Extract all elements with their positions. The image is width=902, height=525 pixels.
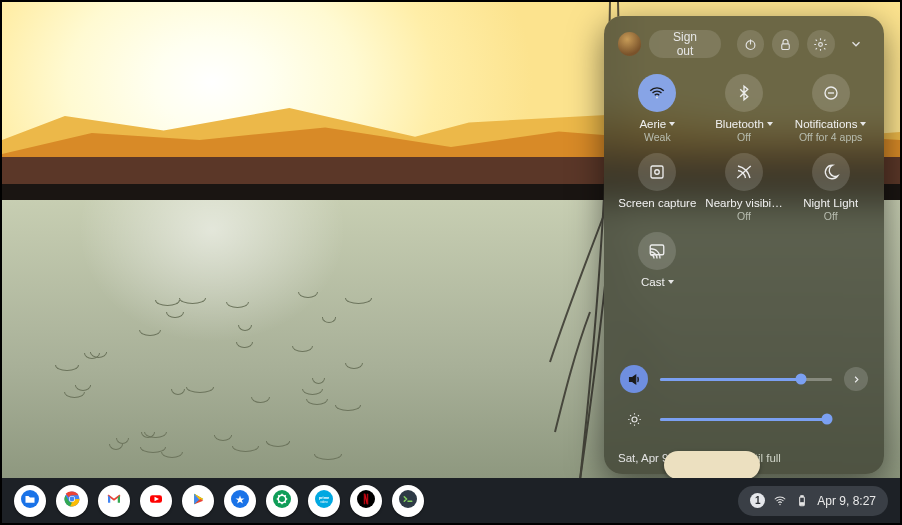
tile-cast[interactable]: Cast bbox=[618, 232, 697, 288]
shelf-app-netflix[interactable] bbox=[350, 485, 382, 517]
caret-icon bbox=[668, 280, 674, 284]
tile-label: Screen capture bbox=[618, 197, 696, 209]
clock-text: Apr 9, 8:27 bbox=[817, 494, 876, 508]
shelf-app-chrome[interactable] bbox=[56, 485, 88, 517]
bluetooth-toggle[interactable] bbox=[725, 74, 763, 112]
gmail-icon bbox=[105, 490, 123, 511]
chevron-down-icon bbox=[849, 37, 863, 51]
nearby-toggle[interactable] bbox=[725, 153, 763, 191]
tile-label: Night Light bbox=[803, 197, 858, 209]
cast-toggle[interactable] bbox=[638, 232, 676, 270]
netflix-icon bbox=[357, 490, 375, 511]
volume-icon[interactable] bbox=[620, 365, 648, 393]
wifi-toggle[interactable] bbox=[638, 74, 676, 112]
tile-nightlight[interactable]: Night LightOff bbox=[791, 153, 870, 222]
volume-slider[interactable] bbox=[660, 378, 832, 381]
bluetooth-icon bbox=[735, 84, 753, 102]
svg-point-8 bbox=[632, 417, 637, 422]
brightness-icon[interactable] bbox=[620, 405, 648, 433]
svg-rect-25 bbox=[364, 494, 366, 505]
tile-nearby[interactable]: Nearby visibi…Off bbox=[705, 153, 784, 222]
tile-bluetooth[interactable]: Bluetooth Off bbox=[705, 74, 784, 143]
tile-capture[interactable]: Screen capture bbox=[618, 153, 697, 222]
nightlight-toggle[interactable] bbox=[812, 153, 850, 191]
tile-label: Aerie bbox=[639, 118, 675, 130]
tile-label: Bluetooth bbox=[715, 118, 773, 130]
cast-icon bbox=[648, 242, 666, 260]
shelf-app-youtube[interactable] bbox=[140, 485, 172, 517]
prime-video-icon: primevideo bbox=[315, 490, 333, 511]
svg-point-3 bbox=[656, 97, 658, 99]
svg-rect-7 bbox=[651, 245, 665, 255]
audio-settings-button[interactable] bbox=[844, 367, 868, 391]
wifi-status-icon bbox=[773, 494, 787, 508]
shelf-app-prime[interactable]: primevideo bbox=[308, 485, 340, 517]
toggle-tiles: Aerie WeakBluetooth OffNotifications Off… bbox=[618, 74, 870, 288]
avatar[interactable] bbox=[618, 32, 641, 56]
tile-status: Off bbox=[737, 131, 751, 143]
svg-point-2 bbox=[819, 42, 823, 46]
caret-icon bbox=[767, 122, 773, 126]
shelf-app-terminal[interactable] bbox=[392, 485, 424, 517]
nearby-icon bbox=[735, 163, 753, 181]
battery-status-icon bbox=[795, 494, 809, 508]
dnd-icon bbox=[822, 84, 840, 102]
wifi-icon bbox=[648, 84, 666, 102]
collapse-button[interactable] bbox=[843, 30, 870, 58]
svg-rect-1 bbox=[782, 43, 790, 49]
svg-rect-30 bbox=[801, 495, 803, 496]
svg-point-27 bbox=[399, 490, 417, 508]
brightness-slider-row bbox=[620, 405, 868, 433]
nightlight-icon bbox=[822, 163, 840, 181]
shelf-app-files[interactable] bbox=[14, 485, 46, 517]
shelf: primevideo 1 Apr 9, 8:27 bbox=[2, 478, 900, 523]
svg-point-13 bbox=[70, 497, 75, 502]
sign-out-button[interactable]: Sign out bbox=[649, 30, 720, 58]
files-icon bbox=[21, 490, 39, 511]
status-area-button[interactable]: 1 Apr 9, 8:27 bbox=[738, 486, 888, 516]
svg-text:video: video bbox=[320, 500, 328, 504]
settings-button[interactable] bbox=[807, 30, 834, 58]
tile-status: Off for 4 apps bbox=[799, 131, 862, 143]
power-icon bbox=[743, 37, 758, 52]
lock-button[interactable] bbox=[772, 30, 799, 58]
svg-rect-5 bbox=[651, 166, 663, 178]
capture-icon bbox=[648, 163, 666, 181]
tray-header: Sign out bbox=[618, 30, 870, 58]
gear-icon bbox=[813, 37, 828, 52]
shelf-app-gmail[interactable] bbox=[98, 485, 130, 517]
brightness-slider[interactable] bbox=[660, 418, 832, 421]
power-button[interactable] bbox=[737, 30, 764, 58]
lock-icon bbox=[778, 37, 793, 52]
caret-icon bbox=[860, 122, 866, 126]
shelf-app-explore[interactable] bbox=[224, 485, 256, 517]
quick-settings-panel: Sign out Aerie WeakBluetooth OffNotifica… bbox=[604, 16, 884, 474]
shelf-app-extension[interactable] bbox=[266, 485, 298, 517]
weather-pill[interactable] bbox=[664, 451, 760, 479]
chrome-icon bbox=[63, 490, 81, 511]
tile-status: Off bbox=[737, 210, 751, 222]
play-store-icon bbox=[189, 490, 207, 511]
tile-status: Weak bbox=[644, 131, 671, 143]
svg-point-28 bbox=[780, 503, 781, 504]
svg-point-6 bbox=[655, 170, 660, 175]
svg-point-19 bbox=[273, 490, 291, 508]
svg-rect-31 bbox=[801, 502, 804, 504]
tile-label: Cast bbox=[641, 276, 674, 288]
notifications-toggle[interactable] bbox=[812, 74, 850, 112]
capture-toggle[interactable] bbox=[638, 153, 676, 191]
tile-label: Nearby visibi… bbox=[705, 197, 782, 209]
notification-count-badge: 1 bbox=[750, 493, 765, 508]
extension-icon bbox=[273, 490, 291, 511]
tile-label: Notifications bbox=[795, 118, 867, 130]
caret-icon bbox=[669, 122, 675, 126]
terminal-icon bbox=[399, 490, 417, 511]
tile-wifi[interactable]: Aerie Weak bbox=[618, 74, 697, 143]
tile-notifications[interactable]: Notifications Off for 4 apps bbox=[791, 74, 870, 143]
explore-icon bbox=[231, 490, 249, 511]
shelf-app-play[interactable] bbox=[182, 485, 214, 517]
volume-slider-row bbox=[620, 365, 868, 393]
svg-rect-26 bbox=[367, 494, 369, 505]
youtube-icon bbox=[147, 490, 165, 511]
chevron-right-icon bbox=[851, 374, 862, 385]
